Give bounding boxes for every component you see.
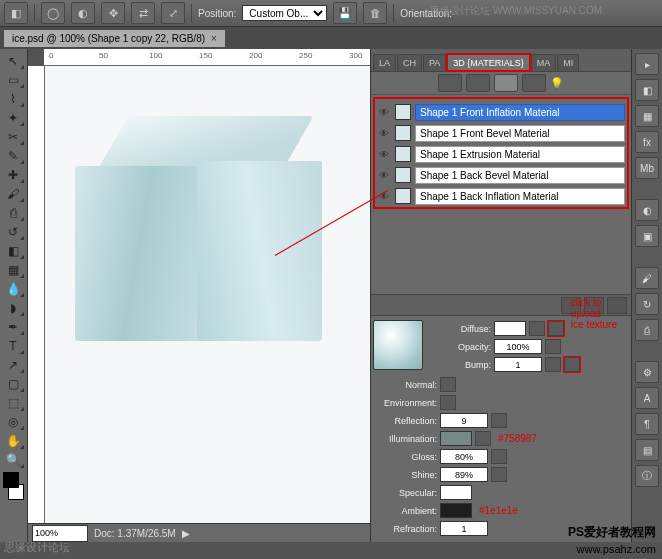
folder-icon[interactable] [440, 395, 456, 410]
tab-channels[interactable]: CH [397, 54, 422, 71]
tab-paths[interactable]: PA [423, 54, 446, 71]
home-icon[interactable]: ◧ [4, 2, 28, 24]
hand-tool[interactable]: ✋ [1, 431, 25, 450]
3d-camera-tool[interactable]: ◎ [1, 412, 25, 431]
specular-swatch[interactable] [440, 485, 472, 500]
dock-char-icon[interactable]: A [635, 387, 659, 409]
dock-brush-icon[interactable]: 🖌 [635, 267, 659, 289]
opacity-field[interactable] [494, 339, 542, 354]
dock-styles-icon[interactable]: fx [635, 131, 659, 153]
pan-icon[interactable]: ✥ [101, 2, 125, 24]
zoom-tool[interactable]: 🔍 [1, 450, 25, 469]
history-brush-tool[interactable]: ↺ [1, 222, 25, 241]
move-tool[interactable]: ↖ [1, 51, 25, 70]
orbit-icon[interactable]: ◯ [41, 2, 65, 24]
filter-mesh-icon[interactable] [466, 74, 490, 92]
position-select[interactable]: Custom Ob... [242, 5, 327, 21]
bump-label: Bump: [427, 360, 491, 370]
scale-icon[interactable]: ⤢ [161, 2, 185, 24]
close-icon[interactable]: × [211, 33, 217, 44]
folder-icon[interactable] [475, 431, 491, 446]
folder-icon[interactable] [491, 413, 507, 428]
dock-para-icon[interactable]: ¶ [635, 413, 659, 435]
status-arrow-icon[interactable]: ▶ [182, 528, 190, 539]
folder-icon[interactable] [491, 467, 507, 482]
tab-3d-materials[interactable]: 3D {MATERIALS} [447, 54, 529, 71]
eraser-tool[interactable]: ◧ [1, 241, 25, 260]
eye-icon[interactable]: 👁 [377, 107, 391, 118]
ambient-swatch[interactable] [440, 503, 472, 518]
slide-icon[interactable]: ⇄ [131, 2, 155, 24]
type-tool[interactable]: T [1, 336, 25, 355]
crop-tool[interactable]: ✂ [1, 127, 25, 146]
refraction-field[interactable] [440, 521, 488, 536]
dock-rotate-icon[interactable]: ↻ [635, 293, 659, 315]
eyedropper-tool[interactable]: ✎ [1, 146, 25, 165]
save-preset-icon[interactable]: 💾 [333, 2, 357, 24]
eye-icon[interactable]: 👁 [377, 170, 391, 181]
material-row[interactable]: 👁Shape 1 Back Inflation Material [375, 186, 627, 206]
dock-color-icon[interactable]: ◧ [635, 79, 659, 101]
canvas[interactable] [45, 66, 370, 523]
dock-swatches-icon[interactable]: ▦ [635, 105, 659, 127]
filter-materials-icon[interactable] [494, 74, 518, 92]
tab-mini[interactable]: MI [557, 54, 579, 71]
texture-menu-icon[interactable] [564, 357, 580, 372]
shine-field[interactable] [440, 467, 488, 482]
diffuse-swatch[interactable] [494, 321, 526, 336]
dock-gear-icon[interactable]: ⚙ [635, 361, 659, 383]
material-row[interactable]: 👁Shape 1 Front Bevel Material [375, 123, 627, 143]
dock-mb-icon[interactable]: Mb [635, 157, 659, 179]
roll-icon[interactable]: ◐ [71, 2, 95, 24]
dock-info-icon[interactable]: ⓘ [635, 465, 659, 487]
folder-icon[interactable] [545, 339, 561, 354]
material-row[interactable]: 👁Shape 1 Extrusion Material [375, 144, 627, 164]
dock-adjust-icon[interactable]: ◐ [635, 199, 659, 221]
dodge-tool[interactable]: ◗ [1, 298, 25, 317]
material-preview[interactable] [373, 320, 423, 370]
light-bulb-icon[interactable]: 💡 [550, 77, 564, 90]
material-swatch [395, 125, 411, 141]
gradient-tool[interactable]: ▦ [1, 260, 25, 279]
bump-field[interactable] [494, 357, 542, 372]
material-row[interactable]: 👁Shape 1 Back Bevel Material [375, 165, 627, 185]
dock-clone-icon[interactable]: ⎙ [635, 319, 659, 341]
illumination-swatch[interactable] [440, 431, 472, 446]
dock-mask-icon[interactable]: ▣ [635, 225, 659, 247]
wand-tool[interactable]: ✦ [1, 108, 25, 127]
marquee-tool[interactable]: ▭ [1, 70, 25, 89]
dock-icon[interactable]: ▸ [635, 53, 659, 75]
brush-tool[interactable]: 🖌 [1, 184, 25, 203]
folder-icon[interactable] [545, 357, 561, 372]
eye-icon[interactable]: 👁 [377, 128, 391, 139]
texture-menu-icon[interactable] [548, 321, 564, 336]
diffuse-label: Diffuse: [427, 324, 491, 334]
filter-lights-icon[interactable] [522, 74, 546, 92]
zoom-field[interactable] [32, 525, 88, 542]
path-tool[interactable]: ↗ [1, 355, 25, 374]
color-swatches[interactable] [2, 471, 25, 501]
folder-icon[interactable] [440, 377, 456, 392]
ambient-label: Ambient: [373, 506, 437, 516]
stamp-tool[interactable]: ⎙ [1, 203, 25, 222]
3d-object-tool[interactable]: ⬚ [1, 393, 25, 412]
filter-scene-icon[interactable] [438, 74, 462, 92]
eye-icon[interactable]: 👁 [377, 149, 391, 160]
blur-tool[interactable]: 💧 [1, 279, 25, 298]
folder-icon[interactable] [529, 321, 545, 336]
lasso-tool[interactable]: ⌇ [1, 89, 25, 108]
gloss-field[interactable] [440, 449, 488, 464]
dock-nav-icon[interactable]: ▤ [635, 439, 659, 461]
heal-tool[interactable]: ✚ [1, 165, 25, 184]
shape-tool[interactable]: ▢ [1, 374, 25, 393]
refraction-label: Refraction: [373, 524, 437, 534]
tab-layers[interactable]: LA [373, 54, 396, 71]
pen-tool[interactable]: ✒ [1, 317, 25, 336]
material-row[interactable]: 👁Shape 1 Front Inflation Material [375, 102, 627, 122]
tab-masks[interactable]: MA [531, 54, 557, 71]
reflection-field[interactable] [440, 413, 488, 428]
folder-icon[interactable] [491, 449, 507, 464]
delete-preset-icon[interactable]: 🗑 [363, 2, 387, 24]
ruler-vertical [28, 66, 45, 523]
document-tab[interactable]: ice.psd @ 100% (Shape 1 copy 22, RGB/8) … [4, 30, 225, 47]
